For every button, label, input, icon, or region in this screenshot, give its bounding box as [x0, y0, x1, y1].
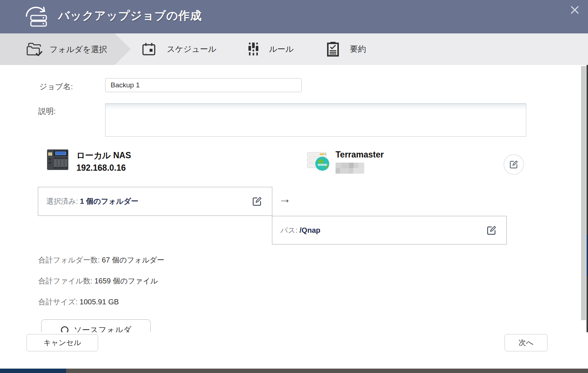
transfer-arrow-icon: →	[279, 192, 291, 206]
destination-path-text: パス: /Qnap	[280, 225, 320, 235]
calendar-icon	[142, 42, 156, 56]
job-name-input[interactable]	[105, 78, 302, 92]
step-summary[interactable]: 要約	[326, 33, 366, 65]
dialog-titlebar: バックアップジョブの作成	[0, 0, 588, 33]
circle-icon	[60, 326, 69, 332]
step-schedule[interactable]: スケジュール	[142, 33, 216, 65]
total-folders-stat: 合計フォルダー数: 67 個のフォルダー	[38, 255, 164, 265]
dialog-title: バックアップジョブの作成	[58, 8, 202, 23]
total-files-stat: 合計ファイル数: 1659 個のファイル	[38, 276, 158, 286]
next-button[interactable]: 次へ	[505, 334, 548, 351]
clipboard-check-icon	[326, 41, 340, 57]
total-files-label: 合計ファイル数:	[38, 277, 92, 285]
source-folder-button-clipped[interactable]: ソースフォルダ	[41, 319, 151, 332]
description-label: 説明:	[38, 106, 56, 116]
close-icon[interactable]	[568, 4, 581, 16]
backup-nas-icon	[23, 5, 50, 28]
selection-label: 選択済み:	[46, 197, 78, 205]
path-value: /Qnap	[300, 226, 320, 234]
wizard-stepbar: フォルダを選択 スケジュール	[0, 33, 588, 65]
source-selection-text: 選択済み: 1 個のフォルダー	[46, 196, 139, 206]
edit-selection-icon[interactable]	[252, 196, 262, 207]
total-size-label: 合計サイズ:	[38, 298, 78, 306]
destination-name: Terramaster	[336, 150, 384, 160]
source-name: ローカル NAS	[76, 150, 131, 161]
wizard-content: ジョブ名: 説明:	[0, 65, 588, 332]
step-select-folder-label[interactable]: フォルダを選択	[50, 44, 107, 55]
cancel-button[interactable]: キャンセル	[26, 334, 98, 351]
job-name-label: ジョブ名:	[39, 82, 73, 92]
svg-text:www: www	[317, 162, 327, 167]
dialog-footer: キャンセル 次へ	[0, 332, 588, 369]
step-rules[interactable]: ルール	[248, 33, 294, 65]
sliders-icon	[248, 42, 259, 56]
taskbar-navy-segment	[0, 369, 66, 373]
vertical-scrollbar[interactable]	[581, 66, 586, 320]
nas-tower-icon	[46, 149, 69, 171]
window-right-edge	[587, 65, 588, 373]
destination-address-redacted	[336, 163, 364, 174]
taskbar-strip	[0, 369, 588, 373]
total-folders-value: 67 個のフォルダー	[102, 256, 164, 264]
total-size-value: 1005.91 GB	[80, 298, 119, 306]
folders-check-icon	[26, 41, 44, 58]
source-selection-box: 選択済み: 1 個のフォルダー	[38, 187, 272, 216]
edit-destination-button[interactable]	[503, 154, 524, 175]
edit-path-icon[interactable]	[486, 225, 497, 236]
total-folders-label: 合計フォルダー数:	[38, 256, 100, 264]
step-rules-label: ルール	[269, 44, 294, 55]
selection-value: 1 個のフォルダー	[80, 197, 139, 205]
step-summary-label: 要約	[350, 44, 366, 55]
total-size-stat: 合計サイズ: 1005.91 GB	[38, 297, 119, 307]
path-label: パス:	[280, 226, 298, 234]
step-schedule-label: スケジュール	[167, 44, 216, 55]
server-globe-www-icon: www	[306, 149, 331, 171]
source-folder-button-label: ソースフォルダ	[74, 325, 131, 332]
source-ip: 192.168.0.16	[76, 163, 126, 173]
description-textarea[interactable]	[105, 104, 526, 137]
total-files-value: 1659 個のファイル	[94, 277, 158, 285]
destination-path-box: パス: /Qnap	[272, 216, 507, 245]
backup-job-dialog: バックアップジョブの作成 フォルダを選択	[0, 0, 588, 373]
